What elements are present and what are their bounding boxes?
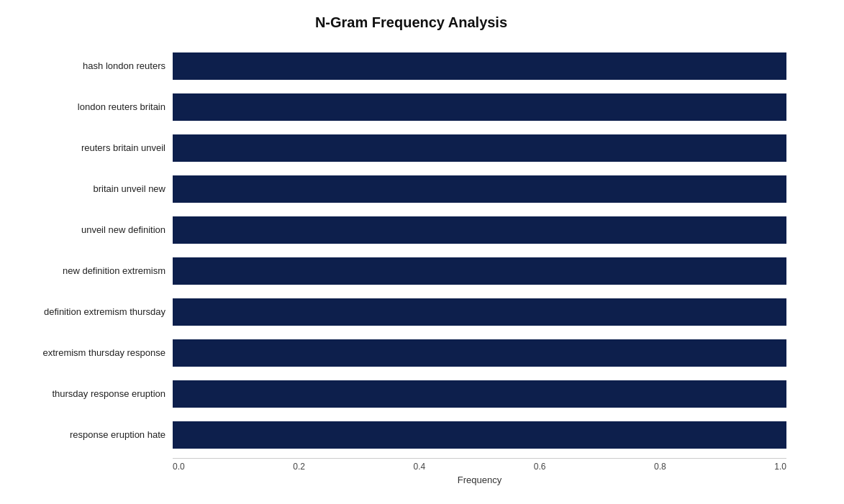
bar-row: thursday response eruption — [173, 373, 786, 414]
bar-track — [173, 257, 786, 285]
bar-label: hash london reuters — [7, 60, 165, 71]
bar-track — [173, 421, 786, 449]
bar-track — [173, 380, 786, 408]
bar-row: unveil new definition — [173, 209, 786, 250]
bar-fill — [173, 257, 786, 285]
bar-track — [173, 298, 786, 326]
bar-label: britain unveil new — [7, 183, 165, 194]
bar-label: london reuters britain — [7, 101, 165, 112]
x-tick: 1.0 — [774, 462, 786, 472]
bar-row: new definition extremism — [173, 250, 786, 291]
bar-track — [173, 339, 786, 367]
bar-track — [173, 216, 786, 244]
bar-label: new definition extremism — [7, 265, 165, 276]
x-ticks: 0.00.20.40.60.81.0 — [173, 462, 786, 472]
chart-area: hash london reuterslondon reuters britai… — [173, 45, 786, 455]
bar-fill — [173, 421, 786, 449]
bar-fill — [173, 134, 786, 162]
chart-title: N-Gram Frequency Analysis — [7, 14, 815, 31]
x-tick: 0.6 — [534, 462, 546, 472]
bar-fill — [173, 93, 786, 121]
x-tick: 0.2 — [293, 462, 305, 472]
bar-fill — [173, 339, 786, 367]
bar-label: definition extremism thursday — [7, 306, 165, 317]
x-tick: 0.8 — [654, 462, 666, 472]
x-axis-label: Frequency — [173, 475, 786, 485]
x-axis: 0.00.20.40.60.81.0 Frequency — [173, 458, 786, 487]
bar-row: hash london reuters — [173, 45, 786, 86]
bar-label: reuters britain unveil — [7, 142, 165, 153]
bar-fill — [173, 175, 786, 203]
bar-track — [173, 93, 786, 121]
bar-row: definition extremism thursday — [173, 291, 786, 332]
x-axis-line — [173, 458, 786, 459]
bar-label: thursday response eruption — [7, 388, 165, 399]
bar-track — [173, 175, 786, 203]
bar-fill — [173, 216, 786, 244]
bar-row: reuters britain unveil — [173, 127, 786, 168]
bar-row: extremism thursday response — [173, 332, 786, 373]
bar-fill — [173, 298, 786, 326]
bar-row: britain unveil new — [173, 168, 786, 209]
bar-label: unveil new definition — [7, 224, 165, 235]
chart-container: N-Gram Frequency Analysis hash london re… — [0, 0, 844, 504]
bar-row: london reuters britain — [173, 86, 786, 127]
x-tick: 0.4 — [414, 462, 426, 472]
bar-track — [173, 52, 786, 80]
bar-fill — [173, 52, 786, 80]
bar-fill — [173, 380, 786, 408]
bar-label: extremism thursday response — [7, 347, 165, 358]
bar-track — [173, 134, 786, 162]
bar-label: response eruption hate — [7, 429, 165, 440]
bar-row: response eruption hate — [173, 414, 786, 455]
x-tick: 0.0 — [173, 462, 185, 472]
